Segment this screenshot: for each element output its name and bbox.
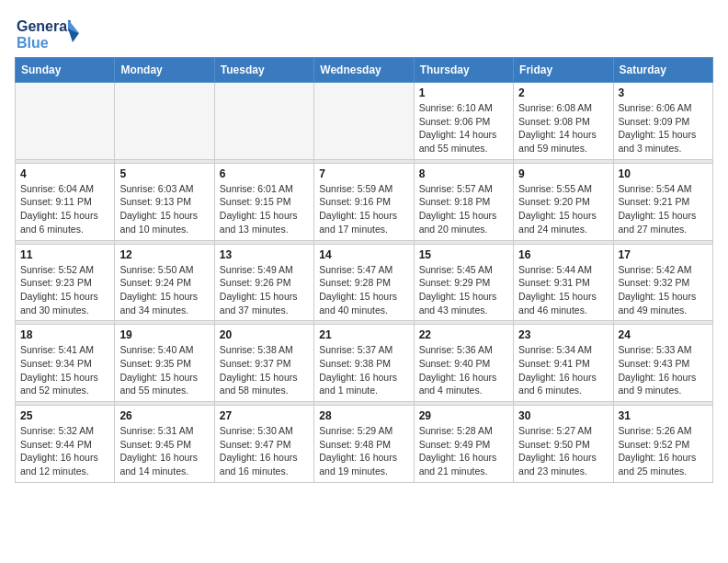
- day-info: Sunrise: 6:01 AM Sunset: 9:15 PM Dayligh…: [220, 182, 309, 236]
- calendar: SundayMondayTuesdayWednesdayThursdayFrid…: [15, 57, 713, 483]
- day-info: Sunrise: 5:28 AM Sunset: 9:49 PM Dayligh…: [419, 424, 508, 478]
- day-number: 17: [619, 248, 708, 261]
- day-info: Sunrise: 5:34 AM Sunset: 9:41 PM Dayligh…: [518, 343, 608, 397]
- svg-text:Blue: Blue: [17, 35, 49, 51]
- day-number: 19: [119, 328, 209, 341]
- calendar-cell: [115, 83, 214, 160]
- calendar-cell: 3Sunrise: 6:06 AM Sunset: 9:09 PM Daylig…: [613, 83, 712, 160]
- day-number: 14: [319, 248, 408, 261]
- day-info: Sunrise: 5:59 AM Sunset: 9:16 PM Dayligh…: [319, 182, 408, 236]
- header-friday: Friday: [514, 58, 613, 83]
- day-number: 26: [119, 409, 209, 422]
- calendar-cell: 11Sunrise: 5:52 AM Sunset: 9:23 PM Dayli…: [16, 244, 115, 321]
- logo: GeneralBlue: [15, 15, 79, 53]
- calendar-cell: 27Sunrise: 5:30 AM Sunset: 9:47 PM Dayli…: [214, 406, 313, 483]
- calendar-week-3: 11Sunrise: 5:52 AM Sunset: 9:23 PM Dayli…: [16, 244, 713, 321]
- day-info: Sunrise: 5:31 AM Sunset: 9:45 PM Dayligh…: [119, 424, 209, 478]
- day-info: Sunrise: 5:33 AM Sunset: 9:43 PM Dayligh…: [619, 343, 708, 397]
- calendar-cell: 2Sunrise: 6:08 AM Sunset: 9:08 PM Daylig…: [514, 83, 613, 160]
- day-number: 28: [319, 409, 408, 422]
- day-info: Sunrise: 5:47 AM Sunset: 9:28 PM Dayligh…: [319, 263, 408, 317]
- calendar-week-5: 25Sunrise: 5:32 AM Sunset: 9:44 PM Dayli…: [16, 406, 713, 483]
- day-number: 16: [518, 248, 608, 261]
- day-info: Sunrise: 5:55 AM Sunset: 9:20 PM Dayligh…: [518, 182, 608, 236]
- page-header: GeneralBlue: [15, 15, 713, 53]
- calendar-cell: 8Sunrise: 5:57 AM Sunset: 9:18 PM Daylig…: [414, 163, 513, 240]
- calendar-cell: 25Sunrise: 5:32 AM Sunset: 9:44 PM Dayli…: [16, 406, 115, 483]
- day-info: Sunrise: 5:57 AM Sunset: 9:18 PM Dayligh…: [419, 182, 508, 236]
- calendar-cell: 18Sunrise: 5:41 AM Sunset: 9:34 PM Dayli…: [16, 325, 115, 402]
- calendar-cell: 21Sunrise: 5:37 AM Sunset: 9:38 PM Dayli…: [314, 325, 414, 402]
- calendar-cell: 22Sunrise: 5:36 AM Sunset: 9:40 PM Dayli…: [414, 325, 513, 402]
- day-number: 29: [419, 409, 508, 422]
- day-info: Sunrise: 6:03 AM Sunset: 9:13 PM Dayligh…: [119, 182, 209, 236]
- day-info: Sunrise: 5:49 AM Sunset: 9:26 PM Dayligh…: [220, 263, 309, 317]
- day-info: Sunrise: 5:45 AM Sunset: 9:29 PM Dayligh…: [419, 263, 508, 317]
- day-number: 7: [319, 167, 408, 180]
- day-number: 5: [119, 167, 209, 180]
- day-number: 13: [220, 248, 309, 261]
- day-number: 2: [518, 86, 608, 99]
- calendar-week-4: 18Sunrise: 5:41 AM Sunset: 9:34 PM Dayli…: [16, 325, 713, 402]
- day-info: Sunrise: 5:41 AM Sunset: 9:34 PM Dayligh…: [20, 343, 109, 397]
- day-info: Sunrise: 6:04 AM Sunset: 9:11 PM Dayligh…: [20, 182, 109, 236]
- day-number: 11: [20, 248, 109, 261]
- calendar-cell: [214, 83, 313, 160]
- day-info: Sunrise: 6:08 AM Sunset: 9:08 PM Dayligh…: [518, 101, 608, 155]
- day-number: 12: [119, 248, 209, 261]
- day-number: 22: [419, 328, 508, 341]
- logo-svg: GeneralBlue: [15, 15, 79, 53]
- calendar-cell: 12Sunrise: 5:50 AM Sunset: 9:24 PM Dayli…: [115, 244, 214, 321]
- day-info: Sunrise: 5:40 AM Sunset: 9:35 PM Dayligh…: [119, 343, 209, 397]
- calendar-cell: 30Sunrise: 5:27 AM Sunset: 9:50 PM Dayli…: [514, 406, 613, 483]
- day-info: Sunrise: 6:10 AM Sunset: 9:06 PM Dayligh…: [419, 101, 508, 155]
- day-number: 21: [319, 328, 408, 341]
- day-number: 30: [518, 409, 608, 422]
- day-number: 3: [619, 86, 708, 99]
- day-number: 31: [619, 409, 708, 422]
- calendar-cell: 31Sunrise: 5:26 AM Sunset: 9:52 PM Dayli…: [613, 406, 712, 483]
- day-info: Sunrise: 5:54 AM Sunset: 9:21 PM Dayligh…: [619, 182, 708, 236]
- day-info: Sunrise: 5:37 AM Sunset: 9:38 PM Dayligh…: [319, 343, 408, 397]
- calendar-cell: [314, 83, 414, 160]
- calendar-cell: 4Sunrise: 6:04 AM Sunset: 9:11 PM Daylig…: [16, 163, 115, 240]
- calendar-cell: 28Sunrise: 5:29 AM Sunset: 9:48 PM Dayli…: [314, 406, 414, 483]
- calendar-cell: 17Sunrise: 5:42 AM Sunset: 9:32 PM Dayli…: [613, 244, 712, 321]
- day-info: Sunrise: 5:36 AM Sunset: 9:40 PM Dayligh…: [419, 343, 508, 397]
- day-info: Sunrise: 6:06 AM Sunset: 9:09 PM Dayligh…: [619, 101, 708, 155]
- calendar-week-2: 4Sunrise: 6:04 AM Sunset: 9:11 PM Daylig…: [16, 163, 713, 240]
- day-info: Sunrise: 5:26 AM Sunset: 9:52 PM Dayligh…: [619, 424, 708, 478]
- calendar-cell: 15Sunrise: 5:45 AM Sunset: 9:29 PM Dayli…: [414, 244, 513, 321]
- calendar-cell: 10Sunrise: 5:54 AM Sunset: 9:21 PM Dayli…: [613, 163, 712, 240]
- day-number: 6: [220, 167, 309, 180]
- day-number: 23: [518, 328, 608, 341]
- calendar-cell: 9Sunrise: 5:55 AM Sunset: 9:20 PM Daylig…: [514, 163, 613, 240]
- calendar-cell: 5Sunrise: 6:03 AM Sunset: 9:13 PM Daylig…: [115, 163, 214, 240]
- day-number: 8: [419, 167, 508, 180]
- day-info: Sunrise: 5:29 AM Sunset: 9:48 PM Dayligh…: [319, 424, 408, 478]
- header-tuesday: Tuesday: [214, 58, 313, 83]
- calendar-cell: 24Sunrise: 5:33 AM Sunset: 9:43 PM Dayli…: [613, 325, 712, 402]
- day-number: 4: [20, 167, 109, 180]
- calendar-cell: 7Sunrise: 5:59 AM Sunset: 9:16 PM Daylig…: [314, 163, 414, 240]
- calendar-cell: 29Sunrise: 5:28 AM Sunset: 9:49 PM Dayli…: [414, 406, 513, 483]
- day-info: Sunrise: 5:44 AM Sunset: 9:31 PM Dayligh…: [518, 263, 608, 317]
- day-number: 25: [20, 409, 109, 422]
- calendar-header-row: SundayMondayTuesdayWednesdayThursdayFrid…: [16, 58, 713, 83]
- header-sunday: Sunday: [16, 58, 115, 83]
- header-thursday: Thursday: [414, 58, 513, 83]
- day-number: 9: [518, 167, 608, 180]
- day-number: 24: [619, 328, 708, 341]
- header-monday: Monday: [115, 58, 214, 83]
- day-number: 27: [220, 409, 309, 422]
- calendar-cell: 14Sunrise: 5:47 AM Sunset: 9:28 PM Dayli…: [314, 244, 414, 321]
- day-info: Sunrise: 5:30 AM Sunset: 9:47 PM Dayligh…: [220, 424, 309, 478]
- day-info: Sunrise: 5:42 AM Sunset: 9:32 PM Dayligh…: [619, 263, 708, 317]
- day-info: Sunrise: 5:27 AM Sunset: 9:50 PM Dayligh…: [518, 424, 608, 478]
- calendar-cell: 6Sunrise: 6:01 AM Sunset: 9:15 PM Daylig…: [214, 163, 313, 240]
- day-number: 15: [419, 248, 508, 261]
- calendar-cell: [16, 83, 115, 160]
- header-saturday: Saturday: [613, 58, 712, 83]
- day-info: Sunrise: 5:52 AM Sunset: 9:23 PM Dayligh…: [20, 263, 109, 317]
- calendar-cell: 1Sunrise: 6:10 AM Sunset: 9:06 PM Daylig…: [414, 83, 513, 160]
